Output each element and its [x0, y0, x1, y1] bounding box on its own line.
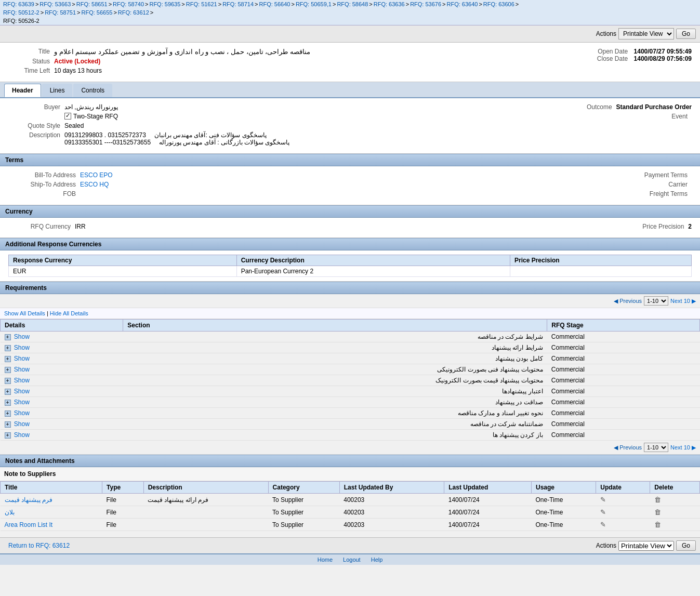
- top-go-button[interactable]: Go: [676, 29, 696, 39]
- req-plus-icon-0[interactable]: +: [5, 334, 11, 340]
- ship-to-value[interactable]: ESCO HQ: [80, 181, 109, 188]
- req-plus-icon-3[interactable]: +: [5, 367, 11, 373]
- attach-col-update: Update: [596, 482, 650, 494]
- attach-update-icon-2[interactable]: ✎: [596, 519, 650, 531]
- req-show-link-9[interactable]: Show: [14, 431, 30, 439]
- help-link[interactable]: Help: [371, 557, 383, 563]
- footer-go-button[interactable]: Go: [676, 540, 696, 551]
- rfq-currency-field: RFQ Currency IRR: [8, 223, 348, 230]
- req-stage-6: Commercial: [547, 397, 700, 408]
- delete-icon-2[interactable]: 🗑: [654, 521, 661, 528]
- payment-terms-field: Payment Terms: [352, 171, 692, 179]
- breadcrumb-rfq-56640[interactable]: RFQ: 56640: [259, 1, 290, 7]
- req-plus-icon-9[interactable]: +: [5, 432, 11, 439]
- req-show-link-0[interactable]: Show: [14, 333, 30, 340]
- printable-view-select[interactable]: Printable View: [618, 28, 674, 39]
- edit-icon-0[interactable]: ✎: [600, 496, 606, 504]
- attach-usage-2: One-Time: [531, 519, 596, 531]
- breadcrumb-rfq-50512[interactable]: RFQ: 50512-2: [3, 9, 39, 16]
- buyer-left: Buyer پورنوراله ریندش, احد Two-Stage RFQ…: [8, 103, 348, 148]
- response-currency-eur: EUR: [9, 266, 237, 277]
- breadcrumb-rfq-58751[interactable]: RFQ: 58751: [45, 9, 76, 16]
- attach-updated-0: 1400/07/24: [444, 494, 532, 506]
- req-plus-icon-8[interactable]: +: [5, 421, 11, 428]
- attach-updated-1: 1400/07/24: [444, 506, 532, 519]
- req-show-link-3[interactable]: Show: [14, 366, 30, 373]
- open-date-value: 1400/07/27 09:55:49: [634, 48, 692, 55]
- time-left-value: 10 days 13 hours: [54, 67, 102, 74]
- breadcrumb-rfq-63640[interactable]: RFQ: 63640: [446, 1, 478, 7]
- req-plus-icon-6[interactable]: +: [5, 400, 11, 406]
- bottom-nav: Home Logout Help: [0, 553, 700, 565]
- req-show-link-5[interactable]: Show: [14, 388, 30, 395]
- breadcrumb-rfq-58648[interactable]: RFQ: 58648: [337, 1, 368, 7]
- return-link[interactable]: Return to RFQ: 63612: [4, 542, 70, 549]
- edit-icon-2[interactable]: ✎: [600, 521, 606, 528]
- buyer-label: Buyer: [8, 103, 60, 111]
- additional-currencies-table: Response Currency Currency Description P…: [8, 255, 692, 277]
- breadcrumb-rfq-59635[interactable]: RFQ: 59635: [149, 1, 180, 7]
- edit-icon-1[interactable]: ✎: [600, 508, 606, 516]
- req-show-link-2[interactable]: Show: [14, 355, 30, 362]
- carrier-label: Carrier: [668, 181, 688, 188]
- breadcrumb-rfq-50659[interactable]: RFQ: 50659,1: [296, 1, 332, 7]
- additional-currencies-header: Additional Response Currencies: [0, 238, 700, 250]
- breadcrumb-rfq-56655[interactable]: RFQ: 56655: [82, 9, 113, 16]
- delete-icon-0[interactable]: 🗑: [654, 496, 661, 504]
- actions-label: Actions: [596, 30, 616, 37]
- prev-button-bottom[interactable]: ◀ Previous: [614, 444, 642, 451]
- terms-left: Bill-To Address ESCO EPO Ship-To Address…: [8, 171, 348, 200]
- breadcrumb-rfq-58714[interactable]: RFQ: 58714: [222, 1, 254, 7]
- attach-update-icon-1[interactable]: ✎: [596, 506, 650, 519]
- breadcrumb-rfq-63612[interactable]: RFQ: 63612: [118, 9, 149, 16]
- req-show-link-8[interactable]: Show: [14, 420, 30, 428]
- breadcrumb-rfq-63639[interactable]: RFQ: 63639: [3, 1, 34, 7]
- tab-header[interactable]: Header: [4, 84, 41, 97]
- footer-printable-view-select[interactable]: Printable View: [618, 541, 674, 551]
- description-field: Description 09131299803 . 03152572373 پا…: [8, 131, 348, 146]
- hide-all-details-link[interactable]: Hide All Details: [50, 310, 88, 316]
- breadcrumb-rfq-63636[interactable]: RFQ: 63636: [374, 1, 405, 7]
- req-plus-icon-1[interactable]: +: [5, 345, 11, 351]
- tab-controls[interactable]: Controls: [73, 84, 112, 97]
- home-link[interactable]: Home: [318, 557, 333, 563]
- attach-delete-icon-0[interactable]: 🗑: [650, 494, 700, 506]
- req-plus-icon-2[interactable]: +: [5, 356, 11, 362]
- req-show-link-1[interactable]: Show: [14, 344, 30, 351]
- bill-to-value[interactable]: ESCO EPO: [80, 171, 113, 179]
- logout-link[interactable]: Logout: [343, 557, 361, 563]
- breadcrumb-rfq-53663[interactable]: RFQ: 53663: [39, 1, 71, 7]
- attach-delete-icon-1[interactable]: 🗑: [650, 506, 700, 519]
- prev-button-top[interactable]: ◀ Previous: [614, 298, 642, 304]
- attach-col-category: Category: [268, 482, 339, 494]
- next-10-link-top[interactable]: Next 10 ▶: [670, 298, 696, 304]
- attach-update-icon-0[interactable]: ✎: [596, 494, 650, 506]
- page-range-select-top[interactable]: 1-10: [644, 296, 668, 306]
- breadcrumb-rfq-63606[interactable]: RFQ: 63606: [483, 1, 514, 7]
- breadcrumb-rfq-58740[interactable]: RFQ: 58740: [113, 1, 144, 7]
- req-show-link-4[interactable]: Show: [14, 377, 30, 384]
- price-precision-label: Price Precision: [642, 223, 684, 230]
- breadcrumb-rfq-51621[interactable]: RFQ: 51621: [186, 1, 217, 7]
- show-all-details-link[interactable]: Show All Details: [4, 310, 45, 316]
- attach-title-link-1[interactable]: بلان: [5, 509, 15, 516]
- req-plus-icon-7[interactable]: +: [5, 410, 11, 417]
- req-plus-icon-4[interactable]: +: [5, 378, 11, 384]
- tab-lines[interactable]: Lines: [42, 84, 73, 97]
- ship-to-field: Ship-To Address ESCO HQ: [8, 181, 348, 188]
- attach-title-link-0[interactable]: فرم پیشنهاد قیمت: [5, 496, 53, 504]
- attach-delete-icon-2[interactable]: 🗑: [650, 519, 700, 531]
- req-plus-icon-5[interactable]: +: [5, 389, 11, 395]
- next-10-link-bottom[interactable]: Next 10 ▶: [670, 444, 696, 451]
- delete-icon-1[interactable]: 🗑: [654, 508, 661, 516]
- breadcrumb-rfq-53676[interactable]: RFQ: 53676: [410, 1, 441, 7]
- attach-title-link-2[interactable]: Area Room List It: [5, 521, 53, 528]
- req-show-link-6[interactable]: Show: [14, 399, 30, 406]
- attach-col-type: Type: [102, 482, 144, 494]
- two-stage-checkbox[interactable]: [64, 113, 71, 120]
- breadcrumb-rfq-58651[interactable]: RFQ: 58651: [76, 1, 108, 7]
- req-show-link-7[interactable]: Show: [14, 409, 30, 417]
- attach-usage-1: One-Time: [531, 506, 596, 519]
- page-range-select-bottom[interactable]: 1-10: [644, 443, 668, 452]
- outcome-value: Standard Purchase Order: [616, 103, 692, 111]
